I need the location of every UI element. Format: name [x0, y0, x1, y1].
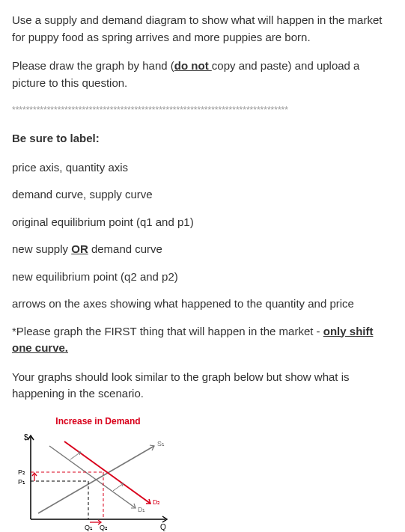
note-paragraph: *Please graph the FIRST thing that will …: [12, 323, 393, 357]
label-item-5: new equilibrium point (q2 and p2): [12, 269, 393, 286]
intro-paragraph-2: Please draw the graph by hand (do not co…: [12, 58, 393, 91]
svg-text:D₁: D₁: [138, 506, 146, 513]
svg-text:Q₁: Q₁: [85, 524, 93, 531]
label-heading: Be sure to label:: [12, 130, 393, 147]
closing-paragraph: Your graphs should look similar to the g…: [12, 369, 393, 403]
svg-text:Q₂: Q₂: [100, 524, 108, 531]
y-axis-label: $: [24, 433, 28, 441]
supply-demand-chart: $ Q S₁ D₁ D₂ P₂ P₁ Q: [12, 429, 184, 533]
separator: ****************************************…: [12, 103, 393, 117]
label-item-4-a: new supply: [12, 242, 71, 255]
svg-line-6: [64, 441, 150, 504]
note-a: *Please graph the FIRST thing that will …: [12, 325, 323, 337]
intro-p2-a: Please draw the graph by hand (: [12, 59, 174, 72]
label-item-6: arrows on the axes showing what happened…: [12, 296, 393, 313]
svg-line-8: [70, 452, 81, 459]
intro-p2-b: do not: [174, 59, 212, 72]
intro-paragraph-1: Use a supply and demand diagram to show …: [12, 12, 393, 46]
chart-title: Increase in Demand: [12, 415, 184, 428]
label-item-4-c: demand curve: [88, 242, 162, 255]
label-item-2: demand curve, supply curve: [12, 186, 393, 204]
x-axis-label: Q: [160, 523, 166, 531]
svg-text:D₂: D₂: [153, 498, 161, 506]
label-item-4: new supply OR demand curve: [12, 241, 393, 258]
svg-text:P₂: P₂: [18, 468, 25, 476]
label-item-3: original equilibrium point (q1 and p1): [12, 214, 393, 231]
label-item-4-b: OR: [71, 242, 88, 255]
svg-text:P₁: P₁: [18, 478, 25, 486]
chart-container: Increase in Demand $ Q S₁ D₁ D₂: [12, 415, 393, 533]
svg-line-9: [113, 483, 124, 491]
svg-text:S₁: S₁: [157, 440, 165, 447]
label-item-1: price axis, quantity axis: [12, 159, 393, 177]
